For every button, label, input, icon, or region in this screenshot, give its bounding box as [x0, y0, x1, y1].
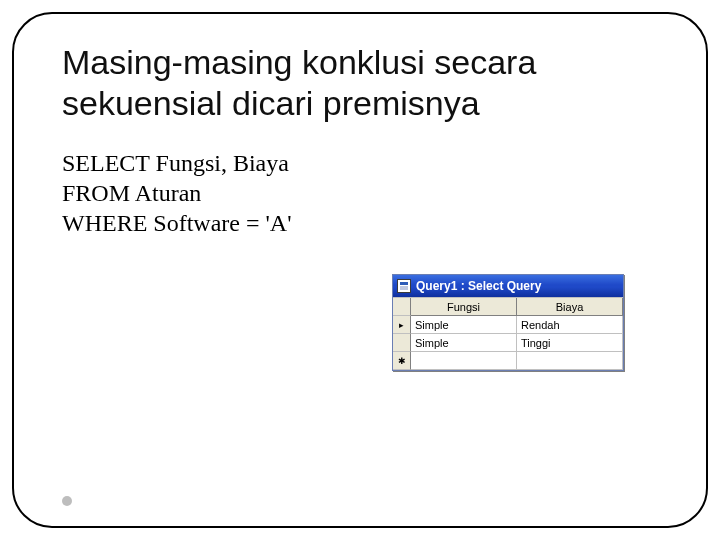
cell[interactable]: Simple — [411, 316, 517, 334]
page-indicator-dot — [62, 496, 72, 506]
slide-title: Masing-masing konklusi secara sekuensial… — [62, 42, 658, 124]
column-header[interactable]: Fungsi — [411, 298, 517, 316]
column-header[interactable]: Biaya — [517, 298, 623, 316]
table-row[interactable]: Simple Tinggi — [393, 334, 623, 352]
row-selector-new[interactable] — [393, 352, 411, 370]
cell[interactable]: Tinggi — [517, 334, 623, 352]
row-selector[interactable] — [393, 316, 411, 334]
cell[interactable] — [411, 352, 517, 370]
slide-frame: Masing-masing konklusi secara sekuensial… — [12, 12, 708, 528]
datasheet-icon — [397, 279, 411, 293]
window-titlebar[interactable]: Query1 : Select Query — [393, 275, 623, 297]
cell[interactable] — [517, 352, 623, 370]
query-result-window: Query1 : Select Query Fungsi Biaya Simpl… — [392, 274, 624, 371]
sql-line: FROM Aturan — [62, 178, 658, 208]
sql-block: SELECT Fungsi, Biaya FROM Aturan WHERE S… — [62, 148, 658, 238]
cell[interactable]: Rendah — [517, 316, 623, 334]
header-row: Fungsi Biaya — [393, 298, 623, 316]
sql-line: SELECT Fungsi, Biaya — [62, 148, 658, 178]
cell[interactable]: Simple — [411, 334, 517, 352]
sql-line: WHERE Software = 'A' — [62, 208, 658, 238]
row-selector[interactable] — [393, 334, 411, 352]
window-title: Query1 : Select Query — [416, 279, 541, 293]
result-grid[interactable]: Fungsi Biaya Simple Rendah Simple Tinggi — [393, 297, 623, 370]
table-row[interactable]: Simple Rendah — [393, 316, 623, 334]
row-selector-header — [393, 298, 411, 316]
new-row[interactable] — [393, 352, 623, 370]
